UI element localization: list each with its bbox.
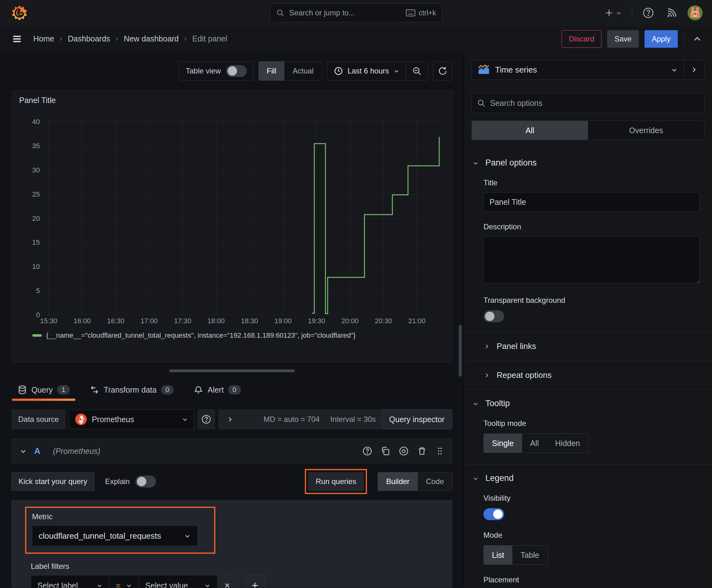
y-tick-label: 5	[36, 287, 40, 295]
news-button[interactable]	[664, 5, 679, 20]
drag-handle-icon[interactable]	[435, 446, 445, 456]
tab-all-options[interactable]: All	[472, 121, 588, 140]
add-filter-button[interactable]	[245, 575, 265, 588]
select-value-dropdown[interactable]: Select value	[139, 575, 218, 588]
tooltip-mode-label: Tooltip mode	[483, 419, 699, 428]
scrollbar-thumb[interactable]	[459, 325, 462, 377]
visualization-picker[interactable]: Time series	[472, 60, 684, 80]
chevron-right-icon: ›	[116, 35, 118, 43]
tooltip-section-header[interactable]: Tooltip	[464, 390, 712, 408]
tab-query[interactable]: Query 1	[18, 385, 70, 401]
collapse-options-button[interactable]	[692, 34, 703, 44]
user-avatar[interactable]	[688, 5, 703, 20]
remove-filter-button[interactable]	[218, 575, 237, 588]
x-tick-label: 15:30	[40, 317, 58, 325]
series-label[interactable]: {__name__="cloudflared_tunnel_total_requ…	[46, 331, 356, 339]
chevron-right-icon	[483, 343, 490, 350]
repeat-options-section-header[interactable]: Repeat options	[464, 361, 712, 390]
actual-option[interactable]: Actual	[284, 62, 322, 80]
table-view-toggle[interactable]	[226, 65, 247, 77]
apply-button[interactable]: Apply	[645, 30, 678, 48]
panel-title-input[interactable]	[483, 192, 699, 212]
chevron-down-icon	[671, 66, 678, 74]
legend-section-header[interactable]: Legend	[464, 465, 712, 483]
chevron-down-icon	[472, 400, 479, 407]
chart-legend[interactable]: {__name__="cloudflared_tunnel_total_requ…	[33, 331, 453, 339]
query-ref-id: A	[34, 446, 41, 456]
options-scope-tabs: All Overrides	[472, 121, 705, 140]
transparent-bg-toggle[interactable]	[483, 310, 504, 322]
chevron-down-icon	[393, 68, 400, 74]
tooltip-single-option[interactable]: Single	[484, 434, 522, 453]
tooltip-all-option[interactable]: All	[522, 434, 547, 453]
viz-suggestions-button[interactable]	[684, 60, 704, 80]
plus-icon	[604, 8, 614, 18]
query-inspector-button[interactable]: Query inspector	[382, 409, 452, 429]
table-view-control: Table view	[179, 61, 253, 81]
breadcrumb-new-dashboard[interactable]: New dashboard	[124, 34, 179, 43]
transform-icon	[90, 385, 99, 395]
builder-option[interactable]: Builder	[378, 472, 418, 491]
options-search-input[interactable]	[490, 99, 699, 108]
grafana-logo-icon[interactable]	[11, 5, 28, 21]
panel-description-textarea[interactable]	[483, 236, 699, 283]
select-label-dropdown[interactable]: Select label	[31, 575, 110, 588]
chevron-right-icon[interactable]	[226, 416, 234, 423]
table-view-label: Table view	[186, 67, 221, 76]
metric-annotation: Metric cloudflared_tunnel_total_requests	[25, 507, 215, 554]
mega-menu-button[interactable]	[9, 31, 24, 46]
operator-dropdown[interactable]: =	[110, 575, 139, 588]
code-option[interactable]: Code	[418, 472, 452, 491]
run-queries-button[interactable]: Run queries	[308, 472, 363, 491]
save-button[interactable]: Save	[607, 30, 639, 48]
time-range-button[interactable]: Last 6 hours	[327, 62, 406, 80]
tab-alert[interactable]: Alert 0	[194, 385, 241, 401]
builder-code-group: Builder Code	[377, 472, 452, 491]
help-button[interactable]	[641, 5, 656, 21]
chevron-down-icon	[96, 582, 103, 588]
disable-query-icon[interactable]	[399, 446, 409, 456]
datasource-help-button[interactable]	[197, 409, 215, 429]
query-toolbar: Kick start your query Explain Run querie…	[11, 463, 452, 500]
datasource-name: Prometheus	[92, 415, 177, 424]
chevron-down-icon	[184, 532, 191, 540]
duplicate-query-icon[interactable]	[381, 446, 390, 456]
options-search[interactable]	[472, 93, 705, 113]
panel-edit-main: Table view Fill Actual Last 6 hours Pane…	[0, 52, 464, 588]
chevron-right-icon	[483, 372, 490, 379]
panel-links-section-header[interactable]: Panel links	[464, 332, 712, 361]
panel-title: Panel Title	[12, 91, 453, 107]
metric-select[interactable]: cloudflared_tunnel_total_requests	[32, 525, 198, 546]
tab-transform-data[interactable]: Transform data 0	[90, 385, 174, 401]
search-icon	[477, 99, 486, 107]
legend-mode-table[interactable]: Table	[512, 546, 547, 564]
zoom-out-button[interactable]	[406, 62, 428, 80]
legend-mode-list[interactable]: List	[484, 546, 512, 564]
fill-option[interactable]: Fill	[259, 62, 285, 80]
y-tick-label: 30	[33, 166, 40, 174]
tooltip-hidden-option[interactable]: Hidden	[547, 434, 588, 453]
delete-query-icon[interactable]	[417, 446, 427, 456]
query-row-header[interactable]: A (Prometheus)	[11, 439, 452, 463]
explain-toggle[interactable]	[135, 476, 156, 487]
datasource-select[interactable]: Prometheus	[69, 409, 194, 429]
plot-area[interactable]	[44, 119, 447, 315]
refresh-button[interactable]	[433, 61, 452, 81]
shortcut-hint: ctrl+k	[406, 9, 436, 17]
global-search-input[interactable]: Search or jump to... ctrl+k	[270, 3, 442, 22]
panel-options-section-header[interactable]: Panel options	[464, 149, 712, 168]
database-icon	[18, 385, 27, 395]
breadcrumb-dashboards[interactable]: Dashboards	[68, 34, 110, 43]
breadcrumb-home[interactable]: Home	[33, 34, 54, 43]
pane-resize-handle[interactable]	[169, 370, 295, 372]
add-new-button[interactable]	[602, 6, 624, 19]
chevron-down-icon[interactable]	[19, 447, 27, 455]
kick-start-button[interactable]: Kick start your query	[11, 472, 94, 491]
visualization-panel[interactable]: Panel Title 0510152025303540 15:3016:001…	[12, 90, 453, 362]
query-help-icon[interactable]	[362, 446, 372, 456]
x-tick-label: 18:00	[208, 317, 225, 325]
rss-icon	[666, 7, 677, 19]
discard-button[interactable]: Discard	[562, 30, 602, 48]
tab-overrides[interactable]: Overrides	[588, 121, 704, 140]
legend-visibility-toggle[interactable]	[483, 508, 504, 520]
